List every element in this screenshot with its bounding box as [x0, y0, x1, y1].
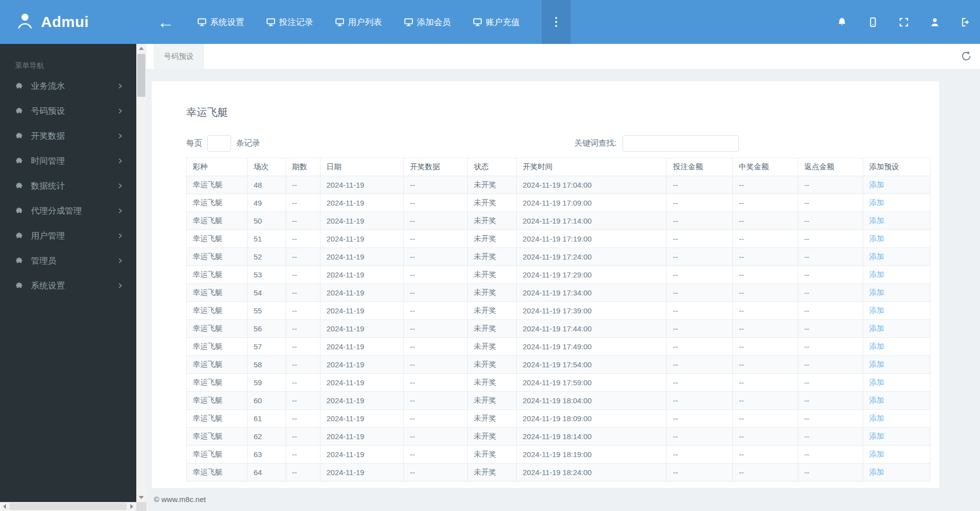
brand-logo[interactable]: Admui	[0, 0, 136, 44]
chevron-right-icon	[117, 257, 123, 264]
add-preset-link[interactable]: 添加	[869, 432, 884, 440]
logout-icon[interactable]	[961, 17, 971, 27]
user-icon[interactable]	[930, 17, 940, 27]
chevron-right-icon	[117, 233, 123, 239]
vertical-dots-icon	[555, 17, 557, 19]
monitor-icon	[197, 17, 207, 27]
nav-item-bet-records[interactable]: 投注记录	[266, 16, 313, 28]
mobile-icon[interactable]	[868, 17, 878, 27]
horizontal-scrollbar[interactable]	[0, 502, 136, 511]
scroll-up-arrow[interactable]	[136, 44, 146, 53]
horizontal-scrollbar-thumb[interactable]	[9, 503, 127, 510]
keyword-search-label: 关键词查找:	[575, 138, 617, 149]
add-preset-link[interactable]: 添加	[869, 414, 884, 422]
tab-number-preset[interactable]: 号码预设	[154, 44, 204, 69]
page-title: 幸运飞艇	[186, 105, 930, 119]
sidebar-item-1[interactable]: 号码预设	[0, 98, 136, 123]
add-preset-link[interactable]: 添加	[869, 288, 884, 296]
table-row: 幸运飞艇64--2024-11-19--未开奖2024-11-19 18:24:…	[187, 464, 931, 482]
table-body: 幸运飞艇48--2024-11-19--未开奖2024-11-19 17:04:…	[187, 176, 931, 482]
chevron-right-icon	[117, 83, 123, 89]
monitor-icon	[404, 17, 413, 27]
nav-item-add-member[interactable]: 添加会员	[404, 16, 451, 28]
sidebar-item-7[interactable]: 管理员	[0, 248, 136, 273]
puzzle-icon	[15, 157, 23, 165]
table-row: 幸运飞艇61--2024-11-19--未开奖2024-11-19 18:09:…	[187, 410, 931, 428]
nav-item-account-recharge[interactable]: 账户充值	[473, 16, 520, 28]
preset-table: 彩种 场次 期数 日期 开奖数据 状态 开奖时间 投注金额 中奖金额 返点金额 …	[186, 158, 931, 482]
add-preset-link[interactable]: 添加	[869, 198, 884, 207]
sidebar-item-8[interactable]: 系统设置	[0, 273, 136, 298]
scrollbar-corner	[136, 502, 146, 511]
add-preset-link[interactable]: 添加	[869, 306, 884, 314]
fullscreen-icon[interactable]	[899, 17, 909, 27]
col-add-preset: 添加预设	[863, 158, 931, 176]
vertical-scrollbar[interactable]	[136, 44, 146, 502]
scroll-down-arrow[interactable]	[136, 493, 146, 502]
table-row: 幸运飞艇48--2024-11-19--未开奖2024-11-19 17:04:…	[187, 176, 931, 194]
scroll-left-arrow[interactable]	[0, 502, 9, 511]
nav-item-system-settings[interactable]: 系统设置	[197, 16, 244, 28]
table-row: 幸运飞艇57--2024-11-19--未开奖2024-11-19 17:49:…	[187, 338, 931, 356]
puzzle-icon	[15, 182, 23, 190]
table-controls: 每页 条记录 关键词查找:	[186, 135, 930, 152]
per-page-input[interactable]	[207, 135, 231, 152]
col-win-amount: 中奖金额	[733, 158, 798, 176]
chevron-right-icon	[117, 158, 123, 164]
add-preset-link[interactable]: 添加	[869, 234, 884, 243]
col-draw-data: 开奖数据	[404, 158, 468, 176]
add-preset-link[interactable]: 添加	[869, 396, 884, 404]
vertical-scrollbar-thumb[interactable]	[137, 54, 145, 97]
table-row: 幸运飞艇59--2024-11-19--未开奖2024-11-19 17:59:…	[187, 374, 931, 392]
sidebar-item-6[interactable]: 用户管理	[0, 223, 136, 248]
sidebar: 菜单导航 业务流水 号码预设 开奖数据 时间管理 数据统计 代理分成管理 用户管…	[0, 44, 136, 502]
add-preset-link[interactable]: 添加	[869, 270, 884, 278]
add-preset-link[interactable]: 添加	[869, 252, 884, 260]
table-row: 幸运飞艇53--2024-11-19--未开奖2024-11-19 17:29:…	[187, 266, 931, 284]
top-navbar: Admui ← 系统设置 投注记录 用户列表 添加会员 账户充值	[0, 0, 980, 44]
tab-bar: 号码预设	[146, 44, 980, 69]
col-lottery: 彩种	[187, 158, 248, 176]
keyword-search-input[interactable]	[623, 135, 739, 152]
bell-icon[interactable]	[837, 17, 847, 27]
sidebar-item-3[interactable]: 时间管理	[0, 148, 136, 173]
table-row: 幸运飞艇60--2024-11-19--未开奖2024-11-19 18:04:…	[187, 392, 931, 410]
more-menu-button[interactable]	[542, 0, 571, 44]
add-preset-link[interactable]: 添加	[869, 360, 884, 368]
user-logo-icon	[15, 11, 35, 33]
table-row: 幸运飞艇50--2024-11-19--未开奖2024-11-19 17:14:…	[187, 212, 931, 230]
footer-copyright: © www.m8c.net	[154, 495, 980, 504]
sidebar-item-5[interactable]: 代理分成管理	[0, 198, 136, 223]
col-date: 日期	[321, 158, 404, 176]
add-preset-link[interactable]: 添加	[869, 216, 884, 225]
table-row: 幸运飞艇54--2024-11-19--未开奖2024-11-19 17:34:…	[187, 284, 931, 302]
puzzle-icon	[15, 132, 23, 140]
add-preset-link[interactable]: 添加	[869, 378, 884, 386]
add-preset-link[interactable]: 添加	[869, 342, 884, 350]
scroll-right-arrow[interactable]	[127, 502, 136, 511]
tab-label: 号码预设	[164, 52, 194, 61]
back-arrow-icon[interactable]: ←	[157, 13, 174, 30]
add-preset-link[interactable]: 添加	[869, 324, 884, 332]
add-preset-link[interactable]: 添加	[869, 468, 884, 476]
sidebar-item-2[interactable]: 开奖数据	[0, 123, 136, 148]
sidebar-item-4[interactable]: 数据统计	[0, 173, 136, 198]
refresh-icon[interactable]	[961, 50, 972, 64]
nav-item-label: 用户列表	[348, 16, 382, 28]
table-row: 幸运飞艇58--2024-11-19--未开奖2024-11-19 17:54:…	[187, 356, 931, 374]
add-preset-link[interactable]: 添加	[869, 180, 884, 189]
puzzle-icon	[15, 281, 23, 290]
puzzle-icon	[15, 232, 23, 240]
table-row: 幸运飞艇49--2024-11-19--未开奖2024-11-19 17:09:…	[187, 194, 931, 212]
monitor-icon	[473, 17, 482, 27]
add-preset-link[interactable]: 添加	[869, 450, 884, 458]
nav-item-label: 添加会员	[417, 16, 451, 28]
nav-item-user-list[interactable]: 用户列表	[335, 16, 382, 28]
keyword-search: 关键词查找:	[575, 135, 739, 152]
chevron-right-icon	[117, 282, 123, 289]
sidebar-item-0[interactable]: 业务流水	[0, 73, 136, 98]
sidebar-section-title: 菜单导航	[0, 44, 136, 73]
table-row: 幸运飞艇51--2024-11-19--未开奖2024-11-19 17:19:…	[187, 230, 931, 248]
puzzle-icon	[15, 107, 23, 115]
col-period: 期数	[286, 158, 321, 176]
